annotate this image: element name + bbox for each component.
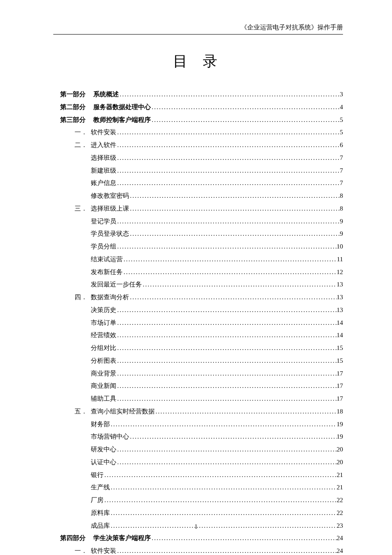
toc-prefix: 第三部分 [60, 115, 93, 125]
toc-label: 服务器数据处理中心 [93, 102, 151, 113]
toc-entry: 发布新任务12 [91, 267, 343, 278]
toc-label: 发回最近一步任务 [91, 279, 142, 290]
toc-page-ref: 5 [340, 127, 343, 138]
toc-prefix: 五． [75, 406, 91, 417]
toc-entry: 商业新闻17 [91, 381, 343, 391]
toc-page-ref: 15 [337, 343, 343, 353]
toc-leader-dots [110, 508, 337, 518]
toc-label: 决策历史 [91, 305, 116, 315]
toc-entry: 五．查询小组实时经营数据18 [75, 406, 343, 417]
toc-label: 账户信息 [91, 178, 116, 188]
toc-entry: 第四部分学生决策客户端程序24 [60, 533, 343, 543]
toc-leader-dots [151, 115, 340, 125]
toc-entry: 新建班级7 [91, 165, 343, 176]
toc-leader-dots [116, 127, 340, 138]
toc-label: 学员分组 [91, 241, 116, 252]
toc-entry: 修改教室密码8 [91, 191, 343, 201]
toc-leader-dots [116, 330, 337, 341]
toc-leader-dots [116, 153, 340, 163]
toc-entry: 学员登录状态9 [91, 228, 343, 239]
toc-label: 新建班级 [91, 165, 116, 176]
toc-label: 学员登录状态 [91, 228, 129, 239]
toc-prefix: 三． [75, 203, 91, 214]
page-header: 《企业运营电子对抗系统》操作手册 [53, 23, 343, 35]
toc-entry: 分组对比15 [91, 343, 343, 353]
toc-page-ref: 4 [340, 102, 343, 113]
toc-page-ref: 9 [340, 228, 343, 239]
toc-leader-dots [116, 444, 337, 455]
toc-label: 软件安装 [91, 546, 116, 555]
toc-entry: 第二部分服务器数据处理中心4 [60, 102, 343, 113]
toc-entry: 四．数据查询分析13 [75, 292, 343, 303]
toc-page-ref: 7 [340, 165, 343, 176]
toc-page-ref: 14 [337, 318, 343, 328]
toc-label: 研发中心 [91, 444, 116, 455]
toc-leader-dots [116, 368, 337, 379]
toc-label: 修改教室密码 [91, 191, 129, 201]
toc-entry: 二．进入软件6 [75, 140, 343, 150]
toc-page-ref: 17 [337, 381, 343, 391]
toc-entry: 商业背景17 [91, 368, 343, 379]
toc-leader-dots [142, 279, 337, 290]
toc-prefix: 第四部分 [60, 533, 93, 543]
toc-label: 厂房 [91, 495, 104, 506]
toc-label: 银行 [91, 470, 104, 480]
toc-prefix: 一． [75, 127, 91, 138]
toc-title: 目 录 [53, 52, 343, 71]
toc-prefix: 四． [75, 292, 91, 303]
toc-label: 商业背景 [91, 368, 116, 379]
toc-entry: 一．软件安装24 [75, 546, 343, 555]
toc-leader-dots [116, 216, 340, 227]
toc-entry: 三．选择班级上课8 [75, 203, 343, 214]
toc-label: 软件安装 [91, 127, 116, 138]
toc-page-ref: 8 [340, 191, 343, 201]
toc-label: 生产线 [91, 482, 110, 493]
toc-entry: 发回最近一步任务13 [91, 279, 343, 290]
toc-page-ref: 13 [337, 279, 343, 290]
toc-leader-dots [123, 254, 337, 265]
toc-entry: 厂房22 [91, 495, 343, 506]
toc-page-ref: 6 [340, 140, 343, 150]
toc-label: 分析图表 [91, 356, 116, 366]
toc-entry: 原料库22 [91, 508, 343, 518]
toc-leader-dots [116, 165, 340, 176]
toc-leader-dots [129, 292, 337, 303]
toc-leader-dots [116, 241, 337, 252]
toc-page-ref: 18 [337, 406, 343, 417]
toc-leader-dots [116, 318, 337, 328]
toc-label: 分组对比 [91, 343, 116, 353]
toc-prefix: 一． [75, 546, 91, 555]
toc-entry: 银行21 [91, 470, 343, 480]
toc-page-ref: 3 [340, 89, 343, 100]
toc-label: 财务部 [91, 419, 110, 430]
toc-label: 认证中心 [91, 457, 116, 468]
toc-label: 经营绩效 [91, 330, 116, 341]
toc-entry: 认证中心20 [91, 457, 343, 468]
toc-label: 系统概述 [93, 89, 119, 100]
toc-page-ref: 19 [337, 419, 343, 430]
toc-page-ref: 13 [337, 292, 343, 303]
toc-leader-dots [110, 482, 337, 493]
toc-leader-dots [116, 178, 340, 188]
toc-entry: 分析图表15 [91, 356, 343, 366]
toc-label: 数据查询分析 [91, 292, 129, 303]
toc-label: 进入软件 [91, 140, 116, 150]
toc-leader-dots [129, 228, 340, 239]
toc-label: 商业新闻 [91, 381, 116, 391]
toc-page-ref: 22 [337, 495, 343, 506]
toc-leader-dots [123, 267, 337, 278]
toc-page-ref: 11 [337, 254, 343, 265]
toc-label: 市场订单 [91, 318, 116, 328]
table-of-contents: 第一部分系统概述3第二部分服务器数据处理中心4第三部分教师控制客户端程序5一．软… [53, 89, 343, 555]
toc-label: 选择班级 [91, 153, 116, 163]
toc-leader-dots [104, 470, 337, 480]
toc-leader-dots [151, 102, 340, 113]
toc-leader-dots [116, 140, 340, 150]
toc-leader-dots [116, 343, 337, 353]
toc-label: 登记学员 [91, 216, 116, 227]
toc-entry: 市场订单14 [91, 318, 343, 328]
toc-label: 查询小组实时经营数据 [91, 406, 155, 417]
toc-leader-dots [129, 431, 337, 442]
toc-page-ref: 10 [337, 241, 343, 252]
toc-entry: 财务部19 [91, 419, 343, 430]
